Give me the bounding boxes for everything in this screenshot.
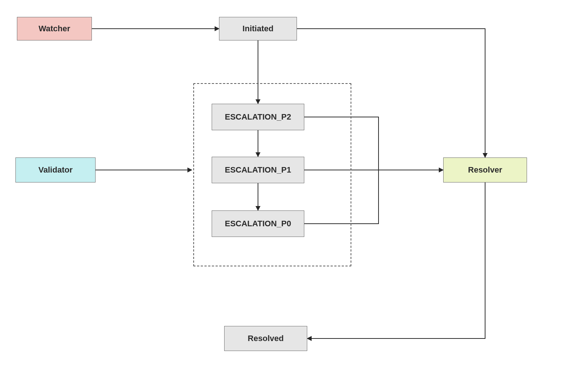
node-escalation-p1: ESCALATION_P1 — [212, 157, 304, 183]
node-validator: Validator — [15, 157, 96, 182]
node-escalation-p0: ESCALATION_P0 — [212, 210, 304, 237]
node-resolver: Resolver — [443, 157, 527, 182]
node-resolved-label: Resolved — [248, 334, 284, 343]
node-watcher: Watcher — [17, 17, 92, 40]
node-initiated: Initiated — [219, 17, 297, 40]
node-resolved: Resolved — [224, 326, 307, 351]
node-resolver-label: Resolver — [468, 165, 502, 175]
node-initiated-label: Initiated — [243, 24, 273, 33]
node-escalation-p0-label: ESCALATION_P0 — [225, 219, 291, 228]
node-escalation-p2: ESCALATION_P2 — [212, 104, 304, 130]
node-escalation-p2-label: ESCALATION_P2 — [225, 112, 291, 122]
node-watcher-label: Watcher — [39, 24, 70, 33]
node-validator-label: Validator — [39, 165, 73, 175]
node-escalation-p1-label: ESCALATION_P1 — [225, 165, 291, 175]
